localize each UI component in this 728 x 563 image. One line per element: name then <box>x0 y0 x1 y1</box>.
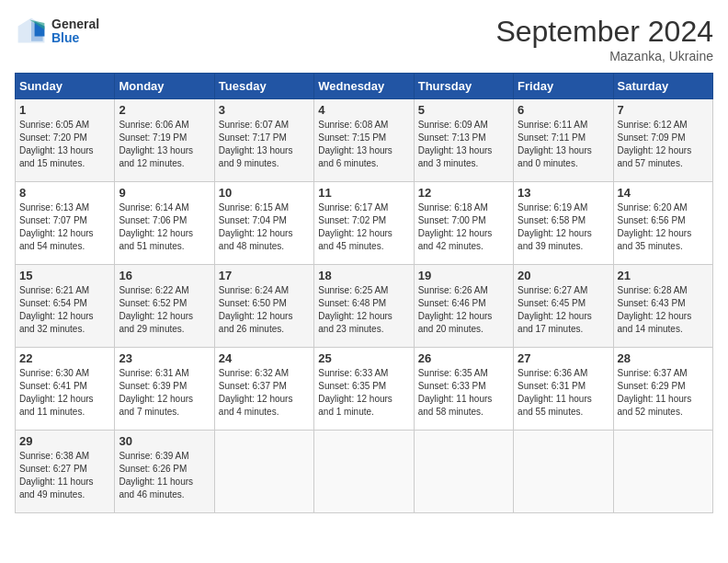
day-number: 12 <box>418 186 509 200</box>
day-number: 9 <box>119 186 210 200</box>
day-detail: Sunrise: 6:36 AM Sunset: 6:31 PM Dayligh… <box>518 367 609 419</box>
calendar-table: SundayMondayTuesdayWednesdayThursdayFrid… <box>15 73 713 513</box>
calendar-body: 1Sunrise: 6:05 AM Sunset: 7:20 PM Daylig… <box>16 99 713 513</box>
calendar-cell: 3Sunrise: 6:07 AM Sunset: 7:17 PM Daylig… <box>214 99 313 182</box>
day-number: 20 <box>518 269 609 282</box>
header-cell-monday: Monday <box>115 74 214 99</box>
calendar-cell: 19Sunrise: 6:26 AM Sunset: 6:46 PM Dayli… <box>414 265 513 348</box>
calendar-cell: 5Sunrise: 6:09 AM Sunset: 7:13 PM Daylig… <box>414 99 513 182</box>
day-detail: Sunrise: 6:31 AM Sunset: 6:39 PM Dayligh… <box>119 367 210 419</box>
day-number: 22 <box>19 351 110 365</box>
day-detail: Sunrise: 6:22 AM Sunset: 6:52 PM Dayligh… <box>119 284 210 336</box>
calendar-cell: 23Sunrise: 6:31 AM Sunset: 6:39 PM Dayli… <box>115 348 214 431</box>
day-detail: Sunrise: 6:30 AM Sunset: 6:41 PM Dayligh… <box>19 367 110 419</box>
calendar-cell: 28Sunrise: 6:37 AM Sunset: 6:29 PM Dayli… <box>613 348 712 431</box>
day-detail: Sunrise: 6:09 AM Sunset: 7:13 PM Dayligh… <box>418 119 509 170</box>
day-number: 5 <box>418 103 509 117</box>
day-detail: Sunrise: 6:39 AM Sunset: 6:26 PM Dayligh… <box>119 450 210 501</box>
day-number: 29 <box>19 434 110 448</box>
header-cell-wednesday: Wednesday <box>314 74 414 99</box>
calendar-cell: 18Sunrise: 6:25 AM Sunset: 6:48 PM Dayli… <box>314 265 414 348</box>
day-detail: Sunrise: 6:17 AM Sunset: 7:02 PM Dayligh… <box>318 201 409 253</box>
day-detail: Sunrise: 6:15 AM Sunset: 7:04 PM Dayligh… <box>219 201 310 253</box>
day-detail: Sunrise: 6:35 AM Sunset: 6:33 PM Dayligh… <box>418 367 509 419</box>
day-number: 21 <box>618 269 709 282</box>
day-number: 4 <box>318 103 409 117</box>
week-row-1: 1Sunrise: 6:05 AM Sunset: 7:20 PM Daylig… <box>16 99 713 182</box>
calendar-cell: 27Sunrise: 6:36 AM Sunset: 6:31 PM Dayli… <box>514 348 613 431</box>
logo-text: General Blue <box>51 17 99 46</box>
day-number: 14 <box>618 186 709 200</box>
day-detail: Sunrise: 6:19 AM Sunset: 6:58 PM Dayligh… <box>518 201 609 253</box>
day-number: 30 <box>119 434 210 448</box>
header-cell-tuesday: Tuesday <box>214 74 313 99</box>
day-number: 25 <box>318 351 409 365</box>
logo: General Blue <box>15 15 99 48</box>
day-detail: Sunrise: 6:14 AM Sunset: 7:06 PM Dayligh… <box>119 201 210 253</box>
day-detail: Sunrise: 6:33 AM Sunset: 6:35 PM Dayligh… <box>318 367 409 419</box>
header-cell-thursday: Thursday <box>414 74 513 99</box>
day-number: 13 <box>518 186 609 200</box>
day-detail: Sunrise: 6:27 AM Sunset: 6:45 PM Dayligh… <box>518 284 609 336</box>
header-row: SundayMondayTuesdayWednesdayThursdayFrid… <box>16 74 713 99</box>
calendar-cell: 11Sunrise: 6:17 AM Sunset: 7:02 PM Dayli… <box>314 182 414 265</box>
calendar-cell <box>314 431 414 513</box>
day-number: 16 <box>119 269 210 282</box>
week-row-5: 29Sunrise: 6:38 AM Sunset: 6:27 PM Dayli… <box>16 431 713 513</box>
week-row-4: 22Sunrise: 6:30 AM Sunset: 6:41 PM Dayli… <box>16 348 713 431</box>
day-number: 24 <box>219 351 310 365</box>
calendar-cell: 1Sunrise: 6:05 AM Sunset: 7:20 PM Daylig… <box>16 99 115 182</box>
day-number: 28 <box>618 351 709 365</box>
day-number: 27 <box>518 351 609 365</box>
calendar-cell: 10Sunrise: 6:15 AM Sunset: 7:04 PM Dayli… <box>214 182 313 265</box>
calendar-cell <box>414 431 513 513</box>
location-subtitle: Mazanka, Ukraine <box>495 49 713 63</box>
day-number: 2 <box>119 103 210 117</box>
logo-blue: Blue <box>51 31 99 45</box>
day-detail: Sunrise: 6:20 AM Sunset: 6:56 PM Dayligh… <box>618 201 709 253</box>
calendar-cell: 21Sunrise: 6:28 AM Sunset: 6:43 PM Dayli… <box>613 265 712 348</box>
calendar-cell: 22Sunrise: 6:30 AM Sunset: 6:41 PM Dayli… <box>16 348 115 431</box>
day-number: 26 <box>418 351 509 365</box>
day-detail: Sunrise: 6:38 AM Sunset: 6:27 PM Dayligh… <box>19 450 110 501</box>
day-detail: Sunrise: 6:05 AM Sunset: 7:20 PM Dayligh… <box>19 119 110 170</box>
week-row-2: 8Sunrise: 6:13 AM Sunset: 7:07 PM Daylig… <box>16 182 713 265</box>
day-number: 10 <box>219 186 310 200</box>
day-number: 1 <box>19 103 110 117</box>
calendar-cell <box>613 431 712 513</box>
month-title: September 2024 <box>495 15 713 49</box>
day-number: 11 <box>318 186 409 200</box>
page-header: General Blue September 2024 Mazanka, Ukr… <box>15 15 713 63</box>
calendar-cell: 24Sunrise: 6:32 AM Sunset: 6:37 PM Dayli… <box>214 348 313 431</box>
calendar-cell: 17Sunrise: 6:24 AM Sunset: 6:50 PM Dayli… <box>214 265 313 348</box>
calendar-cell <box>214 431 313 513</box>
calendar-cell: 16Sunrise: 6:22 AM Sunset: 6:52 PM Dayli… <box>115 265 214 348</box>
calendar-cell: 26Sunrise: 6:35 AM Sunset: 6:33 PM Dayli… <box>414 348 513 431</box>
day-detail: Sunrise: 6:37 AM Sunset: 6:29 PM Dayligh… <box>618 367 709 419</box>
calendar-cell: 15Sunrise: 6:21 AM Sunset: 6:54 PM Dayli… <box>16 265 115 348</box>
day-number: 3 <box>219 103 310 117</box>
day-number: 15 <box>19 269 110 282</box>
day-detail: Sunrise: 6:13 AM Sunset: 7:07 PM Dayligh… <box>19 201 110 253</box>
calendar-cell: 13Sunrise: 6:19 AM Sunset: 6:58 PM Dayli… <box>514 182 613 265</box>
calendar-header: SundayMondayTuesdayWednesdayThursdayFrid… <box>16 74 713 99</box>
calendar-cell: 14Sunrise: 6:20 AM Sunset: 6:56 PM Dayli… <box>613 182 712 265</box>
day-detail: Sunrise: 6:32 AM Sunset: 6:37 PM Dayligh… <box>219 367 310 419</box>
day-number: 6 <box>518 103 609 117</box>
calendar-cell: 9Sunrise: 6:14 AM Sunset: 7:06 PM Daylig… <box>115 182 214 265</box>
calendar-cell: 4Sunrise: 6:08 AM Sunset: 7:15 PM Daylig… <box>314 99 414 182</box>
calendar-cell: 29Sunrise: 6:38 AM Sunset: 6:27 PM Dayli… <box>16 431 115 513</box>
day-detail: Sunrise: 6:18 AM Sunset: 7:00 PM Dayligh… <box>418 201 509 253</box>
calendar-cell <box>514 431 613 513</box>
day-detail: Sunrise: 6:11 AM Sunset: 7:11 PM Dayligh… <box>518 119 609 170</box>
week-row-3: 15Sunrise: 6:21 AM Sunset: 6:54 PM Dayli… <box>16 265 713 348</box>
day-number: 18 <box>318 269 409 282</box>
calendar-cell: 7Sunrise: 6:12 AM Sunset: 7:09 PM Daylig… <box>613 99 712 182</box>
day-detail: Sunrise: 6:26 AM Sunset: 6:46 PM Dayligh… <box>418 284 509 336</box>
day-detail: Sunrise: 6:28 AM Sunset: 6:43 PM Dayligh… <box>618 284 709 336</box>
day-detail: Sunrise: 6:21 AM Sunset: 6:54 PM Dayligh… <box>19 284 110 336</box>
day-number: 7 <box>618 103 709 117</box>
day-number: 8 <box>19 186 110 200</box>
day-detail: Sunrise: 6:25 AM Sunset: 6:48 PM Dayligh… <box>318 284 409 336</box>
day-number: 17 <box>219 269 310 282</box>
